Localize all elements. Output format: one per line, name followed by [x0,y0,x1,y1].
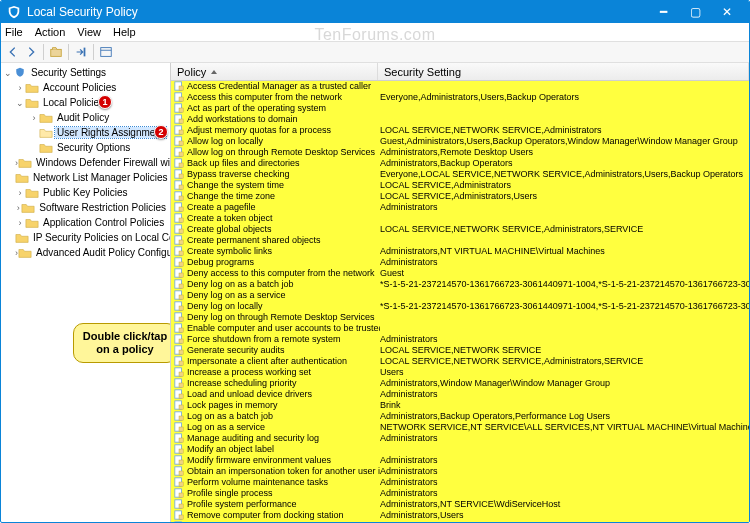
tree-node[interactable]: Network List Manager Policies [3,170,168,185]
expand-icon[interactable]: ⌄ [15,98,25,108]
expand-icon[interactable]: › [29,113,39,123]
policy-row[interactable]: Profile single processAdministrators [171,488,749,499]
svg-rect-53 [179,350,183,354]
menu-help[interactable]: Help [113,26,136,38]
policy-row[interactable]: Increase a process working setUsers [171,367,749,378]
policy-row[interactable]: Profile system performanceAdministrators… [171,499,749,510]
menu-view[interactable]: View [77,26,101,38]
refresh-icon[interactable] [98,44,114,60]
policy-row[interactable]: Log on as a batch jobAdministrators,Back… [171,411,749,422]
policy-doc-icon [174,345,184,355]
col-setting[interactable]: Security Setting [378,63,749,80]
policy-row[interactable]: Create permanent shared objects [171,235,749,246]
policy-row[interactable]: Create a token object [171,213,749,224]
policy-name: Allow log on through Remote Desktop Serv… [187,147,380,158]
tree-node[interactable]: User Rights Assignment2 [3,125,168,140]
policy-row[interactable]: Log on as a serviceNETWORK SERVICE,NT SE… [171,422,749,433]
tree-node-label: Advanced Audit Policy Configuration [34,247,171,258]
policy-name: Adjust memory quotas for a process [187,125,380,136]
tree-node[interactable]: ›Application Control Policies [3,215,168,230]
policy-setting: Brink [380,400,749,411]
policy-row[interactable]: Lock pages in memoryBrink [171,400,749,411]
policy-row[interactable]: Access this computer from the networkEve… [171,92,749,103]
menu-action[interactable]: Action [35,26,66,38]
export-icon[interactable] [73,44,89,60]
policy-row[interactable]: Manage auditing and security logAdminist… [171,433,749,444]
maximize-button[interactable]: ▢ [679,1,711,23]
policy-row[interactable]: Act as part of the operating system [171,103,749,114]
up-action-icon[interactable] [48,44,64,60]
policy-row[interactable]: Deny log on as a batch job*S-1-5-21-2372… [171,279,749,290]
minimize-button[interactable]: ━ [647,1,679,23]
svg-rect-0 [51,49,62,56]
policy-row[interactable]: Increase scheduling priorityAdministrato… [171,378,749,389]
col-policy[interactable]: Policy [171,63,378,80]
tree-node-label: Public Key Policies [41,187,129,198]
expand-icon[interactable]: › [15,188,25,198]
policy-row[interactable]: Allow log on locallyGuest,Administrators… [171,136,749,147]
tree-node[interactable]: ›Windows Defender Firewall with Advanced… [3,155,168,170]
policy-row[interactable]: Force shutdown from a remote systemAdmin… [171,334,749,345]
policy-row[interactable]: Deny log on through Remote Desktop Servi… [171,312,749,323]
tree-root-label[interactable]: Security Settings [29,67,108,78]
tree-node-label: IP Security Policies on Local Computer [31,232,171,243]
policy-row[interactable]: Add workstations to domain [171,114,749,125]
policy-setting: Administrators,Backup Operators [380,158,749,169]
forward-icon[interactable] [23,44,39,60]
menu-file[interactable]: File [5,26,23,38]
policy-row[interactable]: Generate security auditsLOCAL SERVICE,NE… [171,345,749,356]
policy-setting: LOCAL SERVICE,NETWORK SERVICE,Administra… [380,356,749,367]
policy-row[interactable]: Perform volume maintenance tasksAdminist… [171,477,749,488]
policy-row[interactable]: Create a pagefileAdministrators [171,202,749,213]
policy-row[interactable]: Deny log on as a service [171,290,749,301]
policy-row[interactable]: Remove computer from docking stationAdmi… [171,510,749,521]
policy-row[interactable]: Impersonate a client after authenticatio… [171,356,749,367]
expand-icon[interactable]: › [15,83,25,93]
policy-row[interactable]: Create symbolic linksAdministrators,NT V… [171,246,749,257]
tree-node[interactable]: Security Options [3,140,168,155]
policy-name: Back up files and directories [187,158,380,169]
policy-name: Create symbolic links [187,246,380,257]
policy-row[interactable]: Bypass traverse checkingEveryone,LOCAL S… [171,169,749,180]
policy-row[interactable]: Access Credential Manager as a trusted c… [171,81,749,92]
policy-doc-icon [174,323,184,333]
policy-row[interactable]: Modify an object label [171,444,749,455]
folder-icon [39,127,53,139]
policy-row[interactable]: Create global objectsLOCAL SERVICE,NETWO… [171,224,749,235]
close-button[interactable]: ✕ [711,1,743,23]
policy-row[interactable]: Change the system timeLOCAL SERVICE,Admi… [171,180,749,191]
svg-rect-43 [179,295,183,299]
tree-node[interactable]: ›Account Policies [3,80,168,95]
tree-node[interactable]: ›Public Key Policies [3,185,168,200]
policy-row[interactable]: Deny access to this computer from the ne… [171,268,749,279]
title-bar: Local Security Policy ━ ▢ ✕ [1,1,749,23]
tree-node[interactable]: ›Audit Policy [3,110,168,125]
tree-node[interactable]: ›Software Restriction Policies [3,200,168,215]
policy-doc-icon [174,169,184,179]
tree-pane[interactable]: ⌄ Security Settings ›Account Policies⌄Lo… [1,63,171,522]
policy-row[interactable]: Adjust memory quotas for a processLOCAL … [171,125,749,136]
tree-node-label: Account Policies [41,82,118,93]
policy-row[interactable]: Replace a process level tokenLOCAL SERVI… [171,521,749,522]
policy-row[interactable]: Change the time zoneLOCAL SERVICE,Admini… [171,191,749,202]
tree-node[interactable]: ⌄Local Policies1 [3,95,168,110]
back-icon[interactable] [5,44,21,60]
policy-row[interactable]: Back up files and directoriesAdministrat… [171,158,749,169]
policy-row[interactable]: Load and unload device driversAdministra… [171,389,749,400]
list-header: Policy Security Setting [171,63,749,81]
tree-node[interactable]: IP Security Policies on Local Computer [3,230,168,245]
policy-doc-icon [174,400,184,410]
policy-setting: Administrators,Users [380,510,749,521]
tree-node[interactable]: ›Advanced Audit Policy Configuration [3,245,168,260]
policy-row[interactable]: Deny log on locally*S-1-5-21-237214570-1… [171,301,749,312]
policy-row[interactable]: Modify firmware environment valuesAdmini… [171,455,749,466]
policy-row[interactable]: Enable computer and user accounts to be … [171,323,749,334]
policy-doc-icon [174,521,184,522]
policy-row[interactable]: Allow log on through Remote Desktop Serv… [171,147,749,158]
policy-row[interactable]: Obtain an impersonation token for anothe… [171,466,749,477]
expand-icon[interactable]: ⌄ [3,68,13,78]
policy-doc-icon [174,125,184,135]
policy-setting: LOCAL SERVICE,Administrators,Users [380,191,749,202]
policy-row[interactable]: Debug programsAdministrators [171,257,749,268]
expand-icon[interactable]: › [15,218,25,228]
